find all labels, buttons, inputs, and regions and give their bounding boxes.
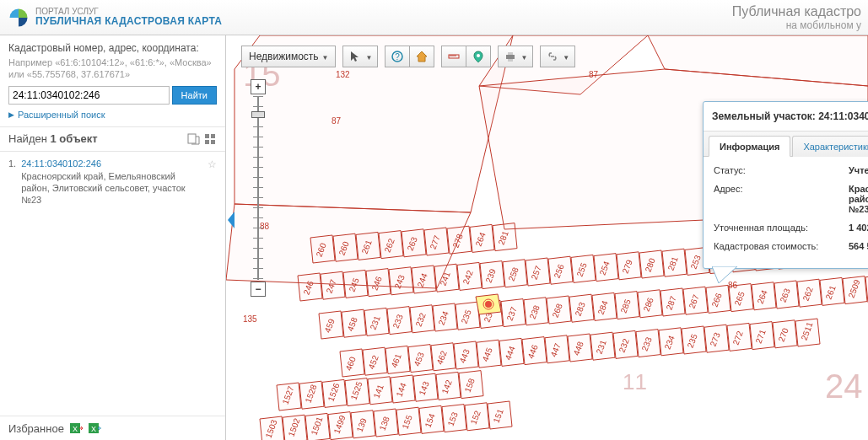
- portal-title: ПУБЛИЧНАЯ КАДАСТРОВАЯ КАРТА: [35, 16, 222, 27]
- favorites-section: Избранное X X: [0, 416, 225, 440]
- ruler-tool[interactable]: [441, 46, 466, 67]
- export-icon[interactable]: [186, 132, 200, 146]
- advanced-search-label: Расширенный поиск: [18, 110, 105, 120]
- search-button[interactable]: Найти: [172, 86, 217, 105]
- header-right-l2: на мобильном у: [732, 19, 861, 31]
- zoom-in-button[interactable]: +: [251, 79, 266, 94]
- svg-rect-25: [508, 59, 513, 62]
- link-tool[interactable]: ▼: [540, 46, 575, 67]
- favorite-star-icon[interactable]: ☆: [208, 158, 217, 207]
- svg-text:87: 87: [332, 116, 342, 126]
- svg-rect-3: [205, 140, 209, 144]
- results-count: 1 объект: [51, 132, 98, 145]
- row-cost-v: 564 501.28 руб.: [849, 241, 868, 251]
- svg-rect-0: [188, 134, 196, 143]
- favorites-label: Избранное: [8, 422, 64, 435]
- row-address-k: Адрес:: [714, 184, 849, 214]
- marker-tool[interactable]: [466, 46, 491, 67]
- sidebar: Кадастровый номер, адрес, координата: На…: [0, 35, 226, 440]
- grid-icon[interactable]: [203, 132, 217, 146]
- svg-rect-1: [205, 134, 209, 138]
- row-area-v: 1 402.00 кв. м: [849, 223, 868, 233]
- pointer-tool[interactable]: ▼: [342, 46, 378, 67]
- map-mid-num: 11: [623, 369, 647, 394]
- map[interactable]: Недвижимость▼ ▼ ? ▼ ▼ +: [226, 35, 868, 440]
- svg-point-22: [477, 54, 480, 57]
- row-status-v: Учтенный: [849, 165, 868, 175]
- chevron-right-icon: ▶: [8, 110, 14, 119]
- row-area-k: Уточненная площадь:: [714, 223, 849, 233]
- search-input[interactable]: [8, 86, 170, 105]
- results-list: 1. 24:11:0340102:246 Красноярский край, …: [0, 152, 225, 416]
- logo: ПОРТАЛ УСЛУГ ПУБЛИЧНАЯ КАДАСТРОВАЯ КАРТА: [7, 6, 222, 30]
- svg-rect-23: [506, 55, 515, 59]
- info-popup: Земельный участок: 24:11:0340102:246 ✕ И…: [703, 101, 868, 269]
- print-tool[interactable]: ▼: [498, 46, 533, 67]
- result-item: 1. 24:11:0340102:246 Красноярский край, …: [8, 158, 217, 207]
- home-tool[interactable]: [409, 46, 434, 67]
- row-address-v: Красноярский край, Емельяновский район, …: [849, 184, 868, 214]
- zoom-slider: + −: [248, 79, 268, 297]
- svg-rect-24: [508, 52, 513, 55]
- zoom-handle[interactable]: [251, 111, 265, 118]
- svg-marker-252: [712, 266, 737, 283]
- tab-characteristics[interactable]: Характеристики: [792, 136, 868, 157]
- svg-text:X: X: [73, 425, 78, 433]
- svg-marker-14: [228, 212, 235, 228]
- popup-content: Статус:Учтенный Адрес:Красноярский край,…: [704, 157, 868, 268]
- svg-text:132: 132: [336, 70, 350, 79]
- search-panel: Кадастровый номер, адрес, координата: На…: [0, 35, 225, 127]
- help-tool[interactable]: ?: [385, 46, 410, 67]
- map-toolbar: Недвижимость▼ ▼ ? ▼ ▼: [241, 46, 575, 67]
- popup-title: Земельный участок: 24:11:0340102:246: [712, 110, 868, 122]
- result-number: 1.: [8, 158, 16, 207]
- layer-select[interactable]: Недвижимость▼: [241, 46, 336, 67]
- excel-export-icon[interactable]: X: [69, 421, 83, 435]
- search-hint: Например «61:6:10104:12», «61:6:*», «Мос…: [8, 56, 217, 81]
- results-header-prefix: Найден: [8, 132, 51, 145]
- svg-rect-2: [211, 134, 215, 138]
- results-header: Найден 1 объект: [0, 127, 225, 152]
- header-right: Публичная кадастро на мобильном у: [732, 3, 861, 32]
- svg-text:135: 135: [243, 314, 257, 324]
- result-address: Красноярский край, Емельяновский район, …: [21, 170, 202, 207]
- popup-tabs: Информация Характеристики Кто обслуживае…: [704, 131, 868, 157]
- logo-icon: [7, 6, 30, 30]
- map-right-num: 24: [825, 368, 863, 405]
- result-link[interactable]: 24:11:0340102:246: [21, 158, 202, 169]
- row-cost-k: Кадастровая стоимость:: [714, 241, 849, 251]
- tab-info[interactable]: Информация: [709, 136, 790, 157]
- svg-text:87: 87: [589, 70, 599, 79]
- layer-select-label: Недвижимость: [249, 51, 319, 62]
- sidebar-collapse-handle[interactable]: [226, 201, 236, 239]
- row-status-k: Статус:: [714, 165, 849, 175]
- popup-callout-icon: [712, 266, 737, 283]
- zoom-track[interactable]: [248, 96, 268, 280]
- zoom-out-button[interactable]: −: [251, 282, 266, 297]
- svg-rect-4: [211, 140, 215, 144]
- svg-text:X: X: [91, 425, 96, 433]
- svg-point-248: [485, 301, 492, 308]
- advanced-search-link[interactable]: ▶ Расширенный поиск: [8, 110, 217, 120]
- excel-import-icon[interactable]: X: [88, 421, 101, 435]
- search-title: Кадастровый номер, адрес, координата:: [8, 42, 217, 54]
- header: ПОРТАЛ УСЛУГ ПУБЛИЧНАЯ КАДАСТРОВАЯ КАРТА…: [0, 0, 868, 35]
- svg-text:?: ?: [396, 52, 401, 62]
- header-right-l1: Публичная кадастро: [732, 3, 861, 19]
